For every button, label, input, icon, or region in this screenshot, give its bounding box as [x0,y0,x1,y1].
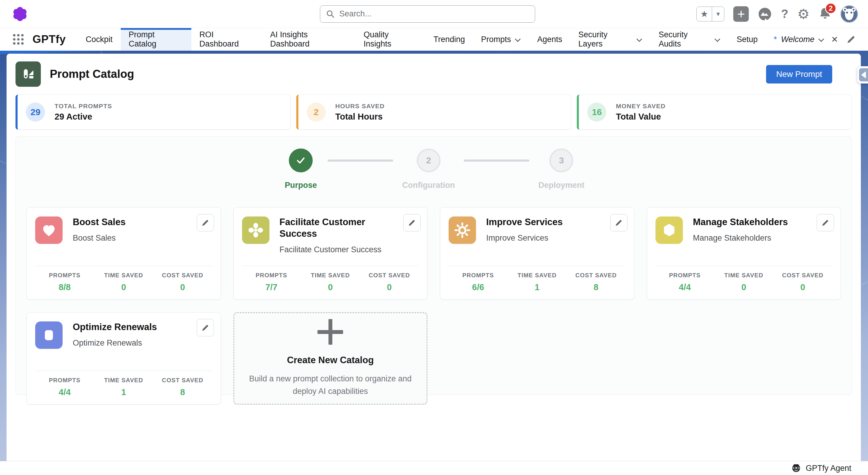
tab-security-layers[interactable]: Security Layers [570,28,650,51]
catalog-card-improve-services[interactable]: Improve Services Improve Services PROMPT… [440,207,634,300]
page-header: Prompt Catalog New Prompt [6,54,861,87]
step-connector [464,159,529,161]
favorites-dropdown-icon[interactable]: ▾ [712,7,724,21]
cost-saved-label: COST SAVED [575,272,617,279]
time-saved-value: 0 [741,283,746,292]
create-card-description: Build a new prompt collection to organiz… [243,373,418,398]
prompt-catalog-icon [16,61,41,87]
edit-catalog-button[interactable] [610,214,627,231]
time-saved-label: TIME SAVED [104,272,143,279]
tab-ai-insights-dashboard[interactable]: AI Insights Dashboard [262,28,355,51]
app-launcher-icon[interactable] [12,33,25,46]
help-icon[interactable]: ? [781,7,788,21]
catalog-card-facilitate-customer-success[interactable]: Facilitate Customer Success Facilitate C… [234,207,428,300]
setup-gear-icon[interactable]: ⚙ [797,6,810,22]
agent-robot-icon [792,464,801,473]
step-label: Deployment [538,181,585,190]
pencil-icon [201,324,210,332]
cost-saved-value: 0 [800,283,805,292]
time-saved-value: 1 [535,283,539,292]
edit-catalog-button[interactable] [403,214,421,231]
prompts-label: PROMPTS [49,377,81,384]
notification-count-badge: 2 [825,3,836,14]
step-connector [328,159,393,161]
main-panel: Prompt Catalog New Prompt 29 TOTAL PROMP… [6,54,861,461]
rounded-square-icon [35,321,63,349]
flower-icon [242,216,270,244]
app-nav-bar: GPTfy Cockpit Prompt Catalog ROI Dashboa… [0,28,868,51]
check-icon [296,155,306,166]
cost-saved-value: 0 [180,283,185,292]
create-new-catalog-card[interactable]: Create New Catalog Build a new prompt co… [234,312,428,405]
tab-label: Cockpit [86,35,113,44]
catalog-title: Facilitate Customer Success [280,216,398,240]
catalog-subtitle: Improve Services [486,234,563,243]
tab-agents[interactable]: Agents [529,28,570,51]
add-icon[interactable]: + [733,6,749,22]
edit-page-icon[interactable] [846,34,856,44]
tab-roi-dashboard[interactable]: ROI Dashboard [191,28,262,51]
tab-quality-insights[interactable]: Quality Insights [355,28,425,51]
time-saved-value: 0 [328,283,333,292]
prompts-value: 6/6 [472,283,484,292]
new-prompt-button[interactable]: New Prompt [766,65,832,84]
hexagon-icon [655,216,683,244]
catalog-title: Improve Services [486,216,563,228]
close-tab-icon[interactable]: ✕ [831,35,838,44]
expand-side-panel-handle[interactable] [857,66,868,84]
step-deployment: 3 Deployment [538,148,585,190]
step-circle[interactable] [289,148,313,172]
chevron-down-icon [714,38,720,42]
global-header: ★ ▾ + ? ⚙ 2 [0,0,868,28]
footer-bar: GPTfy Agent [0,461,868,475]
tab-trending[interactable]: Trending [425,28,473,51]
stat-value: Total Hours [335,112,385,122]
prompts-label: PROMPTS [255,272,287,279]
catalog-subtitle: Manage Stakeholders [693,234,788,243]
favorites-star-icon[interactable]: ★ [696,7,712,21]
edit-catalog-button[interactable] [817,214,834,231]
edit-catalog-button[interactable] [197,319,214,336]
time-saved-value: 1 [121,387,126,397]
cost-saved-value: 8 [180,387,185,397]
agent-launcher[interactable]: GPTfy Agent [806,464,851,473]
tab-security-audits[interactable]: Security Audits [650,28,728,51]
avatar[interactable] [841,5,858,23]
catalog-title: Boost Sales [73,216,125,228]
prompts-value: 4/4 [59,387,71,397]
stat-value: 29 Active [55,112,112,122]
catalog-card-manage-stakeholders[interactable]: Manage Stakeholders Manage Stakeholders … [647,207,841,300]
stat-card-hours-saved: 2 HOURS SAVED Total Hours [296,94,571,130]
edit-catalog-button[interactable] [197,214,214,231]
catalog-subtitle: Facilitate Customer Success [280,245,398,254]
cost-saved-label: COST SAVED [162,272,203,279]
tab-label: Prompts [481,35,511,44]
step-circle[interactable]: 3 [549,148,573,172]
tab-prompts[interactable]: Prompts [473,28,529,51]
step-circle[interactable]: 2 [417,148,440,172]
tab-label: Welcome [781,35,814,44]
notifications-bell[interactable]: 2 [818,7,832,21]
catalog-card-boost-sales[interactable]: Boost Sales Boost Sales PROMPTS8/8 TIME … [27,207,221,300]
pencil-icon [821,218,830,227]
search-icon [326,9,335,19]
step-label: Purpose [285,181,317,190]
search-input[interactable] [320,5,535,23]
chevron-down-icon [636,38,642,42]
prompts-value: 7/7 [265,283,277,292]
cost-saved-label: COST SAVED [369,272,410,279]
catalog-card-optimize-renewals[interactable]: Optimize Renewals Optimize Renewals PROM… [27,312,221,405]
catalog-section: Purpose 2 Configuration 3 Deployment [16,136,852,395]
tab-welcome[interactable]: * Welcome ✕ [766,28,846,51]
chevron-left-icon [859,68,868,81]
tab-label: Security Layers [578,30,632,49]
tab-cockpit[interactable]: Cockpit [78,28,120,51]
tab-label: AI Insights Dashboard [270,30,347,49]
step-purpose: Purpose [283,148,319,190]
global-search [320,5,535,23]
tab-label: Setup [737,35,758,44]
tab-prompt-catalog[interactable]: Prompt Catalog [121,28,191,51]
time-saved-value: 0 [121,283,126,292]
trailhead-icon[interactable] [758,7,772,21]
tab-setup[interactable]: Setup [728,28,766,51]
